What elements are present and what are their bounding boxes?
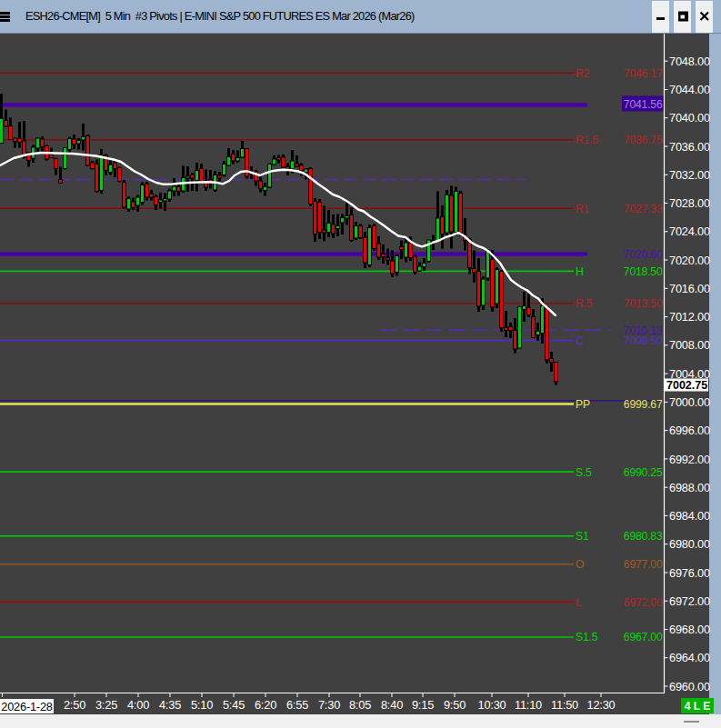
svg-text:6977.00: 6977.00 — [624, 558, 663, 571]
svg-text:6976.00: 6976.00 — [669, 566, 710, 580]
svg-text:7012.00: 7012.00 — [669, 310, 710, 324]
svg-text:7:30: 7:30 — [318, 698, 340, 712]
svg-text:6980.83: 6980.83 — [624, 530, 663, 543]
svg-text:11:10: 11:10 — [515, 698, 542, 712]
svg-text:7040.00: 7040.00 — [669, 111, 710, 125]
svg-text:R1: R1 — [576, 203, 590, 215]
svg-text:7000.00: 7000.00 — [669, 395, 710, 409]
svg-text:S1.5: S1.5 — [576, 631, 598, 643]
svg-text:6960.00: 6960.00 — [669, 680, 710, 693]
svg-text:R1.5: R1.5 — [576, 134, 598, 146]
svg-text:S.5: S.5 — [576, 466, 592, 479]
svg-text:4:00: 4:00 — [127, 698, 149, 712]
svg-text:7008.00: 7008.00 — [669, 338, 710, 352]
svg-text:7024.00: 7024.00 — [669, 224, 710, 238]
svg-text:6999.67: 6999.67 — [624, 398, 663, 411]
svg-text:4:35: 4:35 — [159, 698, 181, 712]
svg-text:2:50: 2:50 — [64, 698, 85, 712]
svg-text:5:10: 5:10 — [191, 698, 213, 712]
svg-text:6967.00: 6967.00 — [624, 631, 663, 643]
svg-text:7016.00: 7016.00 — [669, 282, 710, 295]
svg-text:3:25: 3:25 — [95, 698, 117, 712]
svg-text:7032.00: 7032.00 — [669, 168, 710, 182]
svg-text:6980.00: 6980.00 — [669, 537, 710, 551]
svg-text:7013.50: 7013.50 — [624, 297, 663, 310]
svg-text:7044.00: 7044.00 — [669, 83, 710, 96]
svg-text:7041.56: 7041.56 — [624, 98, 663, 111]
svg-text:4 L E: 4 L E — [685, 700, 710, 713]
svg-text:6990.25: 6990.25 — [624, 466, 663, 479]
svg-text:O: O — [576, 558, 584, 571]
svg-text:7027.33: 7027.33 — [624, 203, 663, 215]
svg-text:C: C — [576, 334, 584, 347]
svg-text:2026-1-28: 2026-1-28 — [1, 700, 53, 713]
svg-text:7046.17: 7046.17 — [624, 67, 663, 80]
svg-text:6992.00: 6992.00 — [669, 453, 710, 466]
svg-text:7020.00: 7020.00 — [669, 254, 710, 267]
svg-text:6:20: 6:20 — [255, 698, 276, 712]
svg-text:8:40: 8:40 — [381, 698, 403, 712]
svg-text:5:45: 5:45 — [223, 698, 245, 712]
svg-text:PP: PP — [576, 398, 590, 411]
svg-text:6972.00: 6972.00 — [624, 596, 663, 609]
svg-text:L: L — [576, 596, 582, 609]
svg-text:7002.75: 7002.75 — [666, 379, 707, 392]
svg-text:7018.50: 7018.50 — [624, 265, 663, 278]
svg-text:8:05: 8:05 — [349, 698, 371, 712]
svg-text:S1: S1 — [576, 530, 589, 543]
svg-text:9:15: 9:15 — [412, 698, 434, 712]
svg-text:6964.00: 6964.00 — [669, 651, 710, 664]
svg-text:7010.13: 7010.13 — [624, 324, 663, 337]
svg-text:11:50: 11:50 — [551, 698, 578, 712]
svg-text:H: H — [576, 265, 584, 278]
svg-text:R.5: R.5 — [576, 297, 593, 310]
svg-text:7020.60: 7020.60 — [624, 248, 663, 261]
svg-text:6988.00: 6988.00 — [669, 481, 710, 494]
svg-text:7048.00: 7048.00 — [669, 55, 710, 68]
svg-text:6984.00: 6984.00 — [669, 509, 710, 523]
svg-text:6972.00: 6972.00 — [669, 594, 710, 608]
svg-text:7036.00: 7036.00 — [669, 140, 710, 154]
svg-text:6996.00: 6996.00 — [669, 424, 710, 437]
svg-text:12:30: 12:30 — [586, 698, 615, 712]
svg-text:7028.00: 7028.00 — [669, 196, 710, 210]
svg-text:R2: R2 — [576, 67, 590, 80]
svg-text:9:50: 9:50 — [444, 698, 466, 712]
svg-text:6968.00: 6968.00 — [669, 623, 710, 636]
svg-text:6:55: 6:55 — [286, 698, 308, 712]
svg-text:10:30: 10:30 — [477, 698, 506, 712]
svg-text:7036.75: 7036.75 — [624, 134, 663, 146]
